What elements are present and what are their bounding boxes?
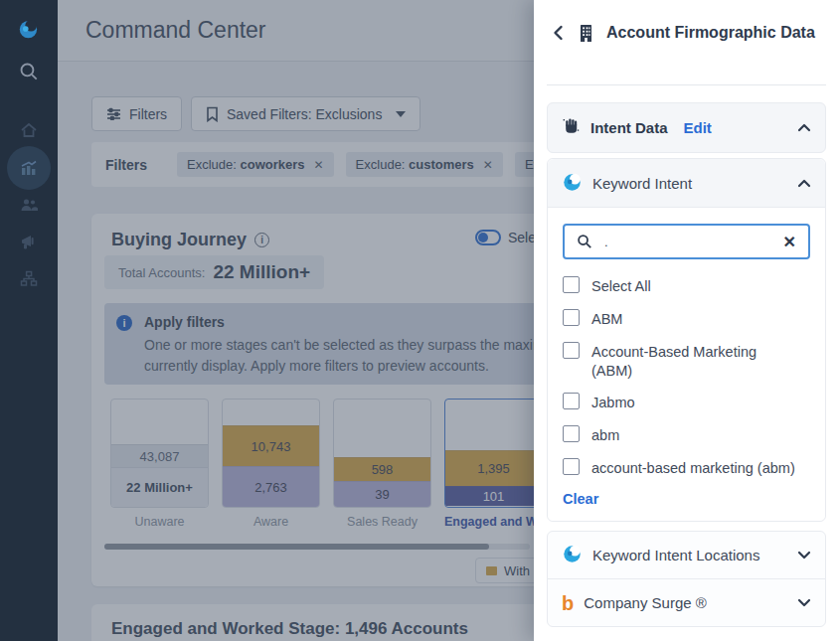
account-firmographic-panel: Account Firmographic Data Intent Data Ed…	[534, 0, 840, 641]
option-label: Select All	[591, 276, 651, 296]
people-icon[interactable]	[0, 197, 58, 213]
panel-title: Account Firmographic Data	[606, 24, 815, 42]
checkbox[interactable]	[563, 425, 580, 442]
back-chevron-icon	[553, 25, 564, 41]
option-label: Jabmo	[591, 393, 635, 412]
divider	[547, 84, 826, 85]
keyword-option[interactable]: Jabmo	[563, 393, 810, 412]
intent-data-edit-link[interactable]: Edit	[684, 119, 712, 136]
bottom-accordions: Keyword Intent Locations b Company Surge…	[547, 531, 826, 627]
back-button[interactable]	[553, 25, 564, 41]
checkbox[interactable]	[563, 342, 580, 359]
search-icon	[577, 234, 592, 249]
search-icon[interactable]	[0, 61, 58, 82]
keyword-search-input[interactable]: . ✕	[563, 224, 810, 259]
locations-swoosh-icon	[562, 543, 583, 567]
intent-hand-icon	[562, 116, 581, 139]
keyword-option[interactable]: Select All	[563, 276, 810, 296]
search-input-value: .	[604, 235, 783, 249]
keyword-option[interactable]: Account-Based Marketing (ABM)	[563, 342, 810, 381]
keyword-intent-locations-accordion[interactable]: Keyword Intent Locations	[548, 532, 825, 578]
chart-icon	[19, 158, 39, 178]
option-label: ABM	[591, 309, 622, 329]
panel-header: Account Firmographic Data	[534, 0, 840, 66]
intent-data-label: Intent Data	[590, 119, 668, 136]
keyword-intent-label: Keyword Intent	[592, 175, 692, 192]
keyword-option[interactable]: account-based marketing (abm)	[563, 458, 810, 478]
chevron-up-icon[interactable]	[797, 179, 811, 188]
sitemap-icon[interactable]	[0, 270, 58, 287]
chevron-down-icon[interactable]	[797, 551, 811, 560]
home-icon[interactable]	[0, 121, 58, 139]
keyword-option[interactable]: abm	[563, 425, 810, 445]
clear-search-icon[interactable]: ✕	[783, 233, 796, 251]
checkbox[interactable]	[563, 393, 580, 409]
checkbox[interactable]	[563, 276, 580, 293]
option-label: Account-Based Marketing (ABM)	[591, 342, 795, 381]
keyword-option[interactable]: ABM	[563, 309, 810, 329]
chevron-down-icon[interactable]	[797, 598, 811, 607]
keyword-intent-body: . ✕ Select AllABMAccount-Based Marketing…	[548, 208, 825, 521]
keyword-intent-swoosh-icon	[562, 171, 583, 196]
keyword-intent-accordion: Keyword Intent . ✕ Select AllABMAccount-…	[547, 158, 826, 522]
checkbox[interactable]	[563, 458, 580, 475]
app-logo-icon[interactable]	[0, 16, 58, 42]
company-surge-accordion[interactable]: b Company Surge ®	[548, 579, 825, 626]
nav-item-dashboard-active[interactable]	[7, 146, 51, 190]
building-icon	[578, 24, 594, 43]
megaphone-icon[interactable]	[0, 234, 58, 250]
option-label: abm	[591, 425, 619, 445]
keyword-options: Select AllABMAccount-Based Marketing (AB…	[563, 276, 810, 478]
keyword-intent-header[interactable]: Keyword Intent	[548, 159, 825, 208]
sidebar	[0, 0, 58, 641]
checkbox[interactable]	[563, 309, 580, 326]
company-surge-icon: b	[562, 593, 574, 613]
company-surge-label: Company Surge ®	[584, 594, 707, 611]
locations-label: Keyword Intent Locations	[592, 547, 759, 563]
option-label: account-based marketing (abm)	[591, 458, 795, 478]
chevron-up-icon[interactable]	[797, 123, 811, 132]
intent-data-accordion[interactable]: Intent Data Edit	[547, 102, 826, 153]
clear-link[interactable]: Clear	[563, 491, 810, 507]
